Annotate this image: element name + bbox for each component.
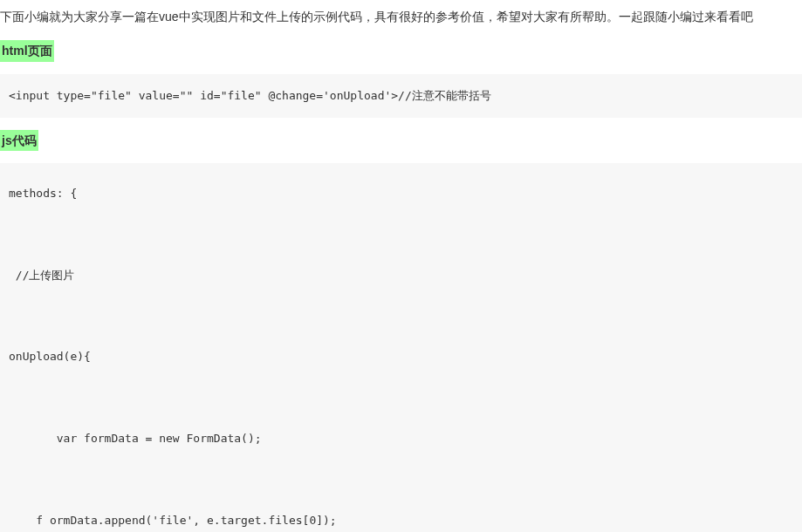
code-block-js: methods: { //上传图片 onUpload(e){ var formD…	[0, 163, 802, 532]
intro-text: 下面小编就为大家分享一篇在vue中实现图片和文件上传的示例代码，具有很好的参考价…	[0, 0, 802, 33]
code-block-html: <input type="file" value="" id="file" @c…	[0, 74, 802, 118]
heading-js-code: js代码	[0, 130, 38, 151]
heading-html-page: html页面	[0, 40, 54, 61]
